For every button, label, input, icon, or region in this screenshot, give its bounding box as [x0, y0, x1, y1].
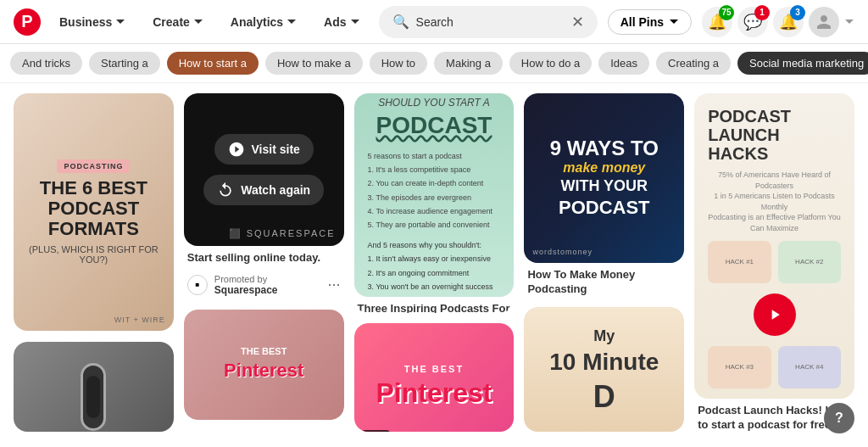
card1-title: THE 6 BEST PODCAST FORMATS [24, 178, 164, 240]
pin-podcast-formats[interactable]: PODCASTING THE 6 BEST PODCAST FORMATS (P… [14, 93, 174, 332]
card1-desc: Which podcast format is right for me? (T… [14, 331, 174, 332]
pin-launch-hacks[interactable]: PODCASTLAUNCH HACKS 75% of Americans Hav… [694, 93, 854, 432]
card1-subtitle: (PLUS, WHICH IS RIGHT FOR YOU?) [24, 244, 164, 265]
card3-desc: Three Inspiring Podcasts For Women Entre… [354, 297, 515, 313]
pins-column-5: PODCASTLAUNCH HACKS 75% of Americans Hav… [694, 93, 854, 432]
card5-row2: HACK #3 HACK #4 [708, 346, 841, 388]
podcasting-badge: PODCASTING [57, 159, 130, 173]
nav-ads[interactable]: Ads [315, 10, 368, 34]
pin-my-10-min[interactable]: My 10 Minute D [524, 307, 684, 432]
card3-reasons-not: And 5 reasons why you shouldn't: 1. It i… [368, 238, 501, 293]
chip-making[interactable]: Making a [434, 52, 503, 75]
card5-title: PODCASTLAUNCH HACKS [708, 107, 841, 163]
card4-line1: 9 WAYS TO [550, 138, 659, 159]
card7-pinterest: Pinterest [376, 377, 492, 409]
card5-hack3: HACK #3 [708, 346, 771, 388]
chip-how-to[interactable]: How to [370, 52, 427, 75]
card4-line3: WITH YOUR [560, 177, 648, 195]
chip-starting[interactable]: Starting a [89, 52, 160, 75]
search-input[interactable] [416, 15, 565, 29]
card2-desc: Start selling online today. [184, 246, 344, 271]
card5-hack2: HACK #2 [778, 241, 841, 283]
card1-brand: WIT + WIRE [114, 316, 165, 324]
card8-10min: 10 Minute [549, 349, 659, 376]
pin-bottom-col2[interactable]: THE BESTPinterest [184, 310, 344, 420]
card5-hack1: HACK #1 [708, 241, 771, 283]
search-clear-button[interactable]: ✕ [571, 13, 584, 31]
card5-play-row [708, 293, 841, 336]
promoted-row: ■ Promoted by Squarespace ··· [184, 271, 344, 299]
messages-badge: 1 [754, 5, 770, 20]
card4-brand: wordstomoney [532, 248, 593, 256]
search-bar[interactable]: 🔍 ✕ [379, 6, 598, 38]
card3-list: 5 reasons to start a podcast 1. It's a l… [368, 149, 501, 232]
pin-squarespace-ad[interactable]: Visit site Watch again ⬛ SQUARESPACE Sta… [184, 93, 344, 299]
card3-question: SHOULD YOU START A [378, 97, 490, 109]
search-icon: 🔍 [392, 14, 409, 30]
pins-column-1: PODCASTING THE 6 BEST PODCAST FORMATS (P… [14, 93, 174, 432]
chip-creating[interactable]: Creating a [656, 52, 731, 75]
card8-my: My [593, 327, 615, 345]
card4-line2: make money [563, 160, 645, 176]
nav-analytics[interactable]: Analytics [222, 10, 305, 34]
header: P Business Create Analytics Ads 🔍 ✕ All … [0, 0, 868, 44]
watch-again-button[interactable]: Watch again [203, 175, 324, 205]
card5-stats: 75% of Americans Have Heard of Podcaster… [708, 170, 841, 234]
chip-how-to-start[interactable]: How to start a [167, 52, 259, 75]
card3-podcast-title: PODCAST [376, 112, 492, 139]
squarespace-logo: ⬛ SQUARESPACE [229, 228, 336, 239]
squarespace-icon: ■ [187, 275, 208, 295]
promoted-by-label: Promoted by [214, 274, 278, 284]
card5-play-btn [754, 293, 796, 336]
pins-column-3: SHOULD YOU START A PODCAST 5 reasons to … [354, 93, 515, 432]
avatar-chevron [844, 17, 854, 27]
card8-d: D [593, 379, 615, 415]
help-button[interactable]: ? [824, 403, 854, 433]
card5-row1: HACK #1 HACK #2 [708, 241, 841, 283]
chip-ideas[interactable]: Ideas [598, 52, 649, 75]
pins-column-4: 9 WAYS TO make money WITH YOUR PODCAST w… [524, 93, 684, 432]
all-pins-button[interactable]: All Pins [608, 9, 692, 35]
card5-hack4: HACK #4 [778, 346, 841, 388]
pinterest-logo[interactable]: P [14, 8, 41, 36]
pins-column-2: Visit site Watch again ⬛ SQUARESPACE Sta… [184, 93, 344, 432]
card4-desc: How To Make Money Podcasting [524, 263, 684, 297]
nav-create[interactable]: Create [144, 10, 212, 34]
visit-site-button[interactable]: Visit site [214, 134, 314, 165]
chips-bar: And tricks Starting a How to start a How… [0, 44, 868, 83]
notifications-button[interactable]: 🔔 75 [702, 7, 732, 37]
video-duration: 0:05 [361, 430, 390, 432]
header-icons: 🔔 75 💬 1 🔔 3 [702, 7, 854, 37]
more-options-button[interactable]: ··· [328, 276, 341, 293]
alerts-badge: 3 [790, 5, 805, 20]
chip-social-media[interactable]: Social media marketing [737, 52, 868, 75]
chip-how-to-make[interactable]: How to make a [265, 52, 363, 75]
nav-business[interactable]: Business [51, 10, 134, 34]
notifications-badge: 75 [719, 5, 734, 20]
pin-mic-image[interactable] [14, 342, 174, 432]
promoted-name: Squarespace [214, 284, 278, 296]
pins-grid: PODCASTING THE 6 BEST PODCAST FORMATS (P… [0, 83, 868, 442]
card7-best: THE BEST [404, 364, 464, 374]
pin-bottom-col3[interactable]: THE BEST Pinterest 0:05 [354, 323, 515, 432]
user-avatar[interactable] [809, 7, 839, 37]
card4-line4: PODCAST [559, 197, 650, 219]
pin-make-money[interactable]: 9 WAYS TO make money WITH YOUR PODCAST w… [524, 93, 684, 297]
chip-how-to-do[interactable]: How to do a [509, 52, 592, 75]
chip-and-tricks[interactable]: And tricks [10, 52, 82, 75]
messages-button[interactable]: 💬 1 [737, 7, 768, 37]
pin-should-you-start[interactable]: SHOULD YOU START A PODCAST 5 reasons to … [354, 93, 515, 313]
alerts-button[interactable]: 🔔 3 [773, 7, 804, 37]
